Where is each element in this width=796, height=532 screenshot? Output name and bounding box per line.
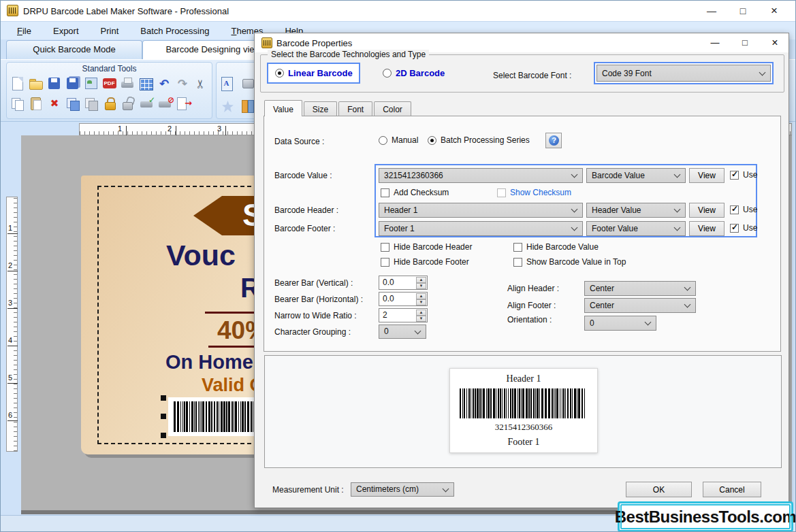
hide-footer-option[interactable]: Hide Barcode Footer <box>381 257 469 267</box>
footer-type-select[interactable]: Footer Value <box>586 221 686 236</box>
manual-radio[interactable] <box>379 136 387 145</box>
use-header-option[interactable]: Use <box>730 205 757 214</box>
use-footer-option[interactable]: Use <box>730 223 757 233</box>
manual-label: Manual <box>392 135 418 145</box>
batch-radio[interactable] <box>428 136 436 145</box>
new-document-icon[interactable] <box>10 75 26 93</box>
hide-footer-label: Hide Barcode Footer <box>394 257 469 267</box>
manual-option[interactable]: Manual <box>379 135 418 145</box>
barcode-header-select[interactable]: Header 1 <box>379 203 583 218</box>
hide-header-option[interactable]: Hide Barcode Header <box>381 242 472 252</box>
bearer-vertical-spinner[interactable]: 0.0 ▲▼ <box>379 276 428 290</box>
tab-font[interactable]: Font <box>338 101 372 116</box>
show-value-top-checkbox[interactable] <box>513 258 522 267</box>
show-value-top-option[interactable]: Show Barcode Value in Top <box>513 257 626 267</box>
layers-icon[interactable] <box>83 95 99 113</box>
open-file-icon[interactable] <box>28 75 44 93</box>
menu-print[interactable]: Print <box>91 23 129 39</box>
voucher-title-object[interactable]: Vouc <box>166 239 236 272</box>
dialog-maximize-button[interactable]: □ <box>731 33 759 52</box>
export-pdf-icon[interactable] <box>101 75 118 93</box>
copy-icon[interactable] <box>10 95 26 113</box>
character-grouping-select[interactable]: 0 <box>379 325 426 339</box>
measurement-unit-label: Measurement Unit : <box>272 485 344 495</box>
lock-icon[interactable] <box>101 95 118 113</box>
text-document-icon[interactable] <box>219 75 236 93</box>
bearer-horizontal-down-icon[interactable]: ▼ <box>416 299 426 305</box>
use-footer-checkbox[interactable] <box>730 224 739 233</box>
bearer-vertical-down-icon[interactable]: ▼ <box>416 283 426 289</box>
duplicate-icon[interactable] <box>65 95 81 113</box>
minimize-button[interactable]: — <box>696 1 727 21</box>
save-all-icon[interactable] <box>65 75 81 93</box>
use-value-option[interactable]: Use <box>730 170 757 180</box>
view-header-button[interactable]: View <box>689 203 725 218</box>
view-value-button[interactable]: View <box>689 168 725 183</box>
menu-file[interactable]: File <box>7 23 41 39</box>
view-footer-button[interactable]: View <box>689 221 725 236</box>
preview-barcode-bars <box>460 388 588 418</box>
header-type-select[interactable]: Header Value <box>586 203 686 218</box>
selection-handle-top[interactable] <box>161 395 166 401</box>
bearer-horizontal-spinner[interactable]: 0.0 ▲▼ <box>379 292 428 306</box>
print-icon[interactable] <box>119 75 136 93</box>
standard-tools-title: Standard Tools <box>7 63 212 73</box>
undo-icon[interactable]: ↶ <box>156 75 172 93</box>
tab-value[interactable]: Value <box>264 100 302 116</box>
dialog-close-button[interactable]: × <box>761 33 789 52</box>
export-image-icon[interactable] <box>83 75 99 93</box>
exit-icon[interactable] <box>175 95 191 113</box>
add-checksum-option[interactable]: Add Checksum <box>381 188 449 197</box>
grid-icon[interactable] <box>138 75 154 93</box>
redo-icon[interactable]: ↷ <box>174 75 191 93</box>
narrow-wide-up-icon[interactable]: ▲ <box>416 310 426 316</box>
barcode-footer-select[interactable]: Footer 1 <box>379 221 583 236</box>
add-checksum-label: Add Checksum <box>394 188 449 197</box>
use-header-checkbox[interactable] <box>730 205 739 214</box>
linear-barcode-option[interactable]: Linear Barcode <box>267 63 360 84</box>
batch-option[interactable]: Batch Processing Series <box>428 135 530 145</box>
dialog-minimize-button[interactable]: — <box>701 33 729 52</box>
menu-export[interactable]: Export <box>44 23 89 39</box>
selection-handle-middle[interactable] <box>161 414 166 419</box>
hide-header-checkbox[interactable] <box>381 243 389 252</box>
close-button[interactable]: × <box>759 1 790 21</box>
save-icon[interactable] <box>46 75 63 93</box>
linear-barcode-radio[interactable] <box>275 69 284 78</box>
help-icon[interactable] <box>545 133 562 148</box>
unlock-icon[interactable] <box>120 95 136 113</box>
use-value-checkbox[interactable] <box>730 171 739 180</box>
cancel-button[interactable]: Cancel <box>703 482 761 497</box>
print-preview-icon[interactable] <box>138 95 155 113</box>
barcode-value-type-select[interactable]: Barcode Value <box>586 168 686 183</box>
tab-color[interactable]: Color <box>374 101 411 116</box>
align-footer-select[interactable]: Center <box>584 298 696 313</box>
measurement-unit-select[interactable]: Centimeters (cm) <box>351 482 454 497</box>
delete-icon[interactable]: ✖ <box>46 95 63 113</box>
menu-batch-processing[interactable]: Batch Processing <box>131 23 219 39</box>
selection-handle-bottom[interactable] <box>161 433 166 438</box>
hide-value-checkbox[interactable] <box>513 243 522 252</box>
add-checksum-checkbox[interactable] <box>381 188 389 197</box>
bearer-horizontal-up-icon[interactable]: ▲ <box>416 293 426 299</box>
tab-size[interactable]: Size <box>304 101 337 116</box>
2d-barcode-radio[interactable] <box>383 69 392 78</box>
hide-footer-checkbox[interactable] <box>381 258 389 267</box>
cancel-print-icon[interactable] <box>157 95 173 113</box>
align-header-select[interactable]: Center <box>584 281 696 296</box>
barcode-value-select[interactable]: 3215412360366 <box>379 168 583 183</box>
barcode-font-select[interactable]: Code 39 Font <box>596 65 771 82</box>
paste-icon[interactable] <box>28 95 44 113</box>
maximize-button[interactable]: □ <box>727 1 759 21</box>
cut-icon[interactable]: ✂ <box>192 76 210 93</box>
dialog-icon <box>261 37 272 48</box>
hide-value-option[interactable]: Hide Barcode Value <box>513 242 599 252</box>
ok-button[interactable]: OK <box>626 482 692 497</box>
bearer-vertical-up-icon[interactable]: ▲ <box>416 277 426 283</box>
orientation-select[interactable]: 0 <box>584 316 656 331</box>
narrow-wide-spinner[interactable]: 2 ▲▼ <box>379 308 428 322</box>
tab-quick-barcode-mode[interactable]: Quick Barcode Mode <box>6 40 142 59</box>
narrow-wide-down-icon[interactable]: ▼ <box>416 316 426 322</box>
shape-tool-icon[interactable] <box>219 97 236 116</box>
2d-barcode-option[interactable]: 2D Barcode <box>383 68 445 78</box>
